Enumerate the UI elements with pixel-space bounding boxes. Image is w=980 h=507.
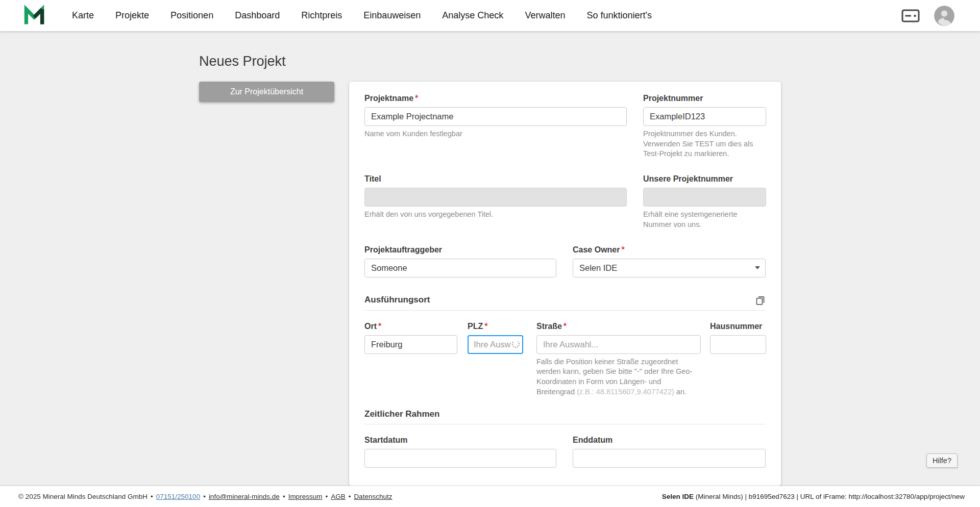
projektnummer-label: Projektnummer: [643, 94, 766, 103]
email-link[interactable]: info@mineral-minds.de: [209, 493, 280, 500]
page-title: Neues Projekt: [199, 54, 781, 69]
strasse-input[interactable]: [536, 335, 701, 354]
footer-user: Selen IDE: [662, 493, 694, 500]
required-asterisk: *: [484, 322, 487, 331]
impressum-link[interactable]: Impressum: [288, 493, 323, 500]
unsere-projektnummer-helper: Erhält eine systemgenerierte Nummer von …: [643, 210, 766, 230]
nav-item-so-funktionierts[interactable]: So funktioniert's: [586, 10, 652, 21]
plz-field: PLZ*: [468, 322, 523, 397]
titel-input: [364, 188, 627, 207]
projektnummer-input[interactable]: [643, 107, 766, 126]
titel-field: Titel Erhält den von uns vorgegebenen Ti…: [364, 174, 627, 230]
projektname-field: Projektname* Name vom Kunden festlegbar: [364, 94, 627, 159]
projektname-input[interactable]: [364, 107, 627, 126]
projektauftraggeber-label: Projektauftraggeber: [364, 245, 556, 255]
form-column: Projektname* Name vom Kunden festlegbar …: [349, 82, 781, 507]
left-column: Zur Projektübersicht: [199, 82, 334, 102]
strasse-field: Straße* Falls die Position keiner Straße…: [536, 322, 701, 397]
zeitlicher-rahmen-section-header: Zeitlicher Rahmen: [364, 409, 766, 419]
hausnummer-field: Hausnummer: [710, 322, 766, 397]
loading-spinner-icon: [512, 340, 520, 348]
case-owner-label: Case Owner*: [573, 245, 766, 255]
nav-item-analyse-check[interactable]: Analyse Check: [442, 10, 503, 21]
logo-m-icon: [23, 5, 45, 27]
back-to-projects-button[interactable]: Zur Projektübersicht: [199, 82, 334, 102]
section-divider: [364, 424, 766, 424]
nav-item-verwalten[interactable]: Verwalten: [525, 10, 565, 21]
projektnummer-helper: Projektnummer des Kunden. Verwenden Sie …: [643, 129, 766, 159]
plz-label: PLZ*: [468, 322, 523, 331]
mineral-minds-logo[interactable]: [23, 5, 45, 27]
server-icon[interactable]: [901, 9, 920, 22]
strasse-label: Straße*: [536, 322, 701, 331]
nav-items: Karte Projekte Positionen Dashboard Rich…: [72, 10, 652, 21]
projektname-helper: Name vom Kunden festlegbar: [364, 129, 627, 139]
strasse-helper: Falls die Position keiner Straße zugeord…: [536, 357, 701, 397]
hausnummer-label: Hausnummer: [710, 322, 766, 331]
ort-field: Ort*: [364, 322, 457, 397]
required-asterisk: *: [415, 94, 418, 103]
unsere-projektnummer-field: Unsere Projektnummer Erhält eine systemg…: [643, 174, 766, 230]
case-owner-select[interactable]: Selen IDE: [573, 259, 766, 277]
copy-icon[interactable]: [755, 295, 766, 306]
zeitlicher-rahmen-heading: Zeitlicher Rahmen: [364, 409, 439, 419]
required-asterisk: *: [564, 322, 567, 331]
phone-link[interactable]: 07151/250100: [156, 493, 200, 500]
ort-input[interactable]: [364, 335, 457, 354]
startdatum-label: Startdatum: [364, 436, 556, 445]
case-owner-value: Selen IDE: [579, 263, 617, 273]
projektauftraggeber-input[interactable]: [364, 259, 556, 277]
user-avatar[interactable]: [934, 6, 954, 26]
enddatum-field: Enddatum: [573, 436, 766, 468]
titel-label: Titel: [364, 174, 627, 184]
titel-helper: Erhält den von uns vorgegebenen Titel.: [364, 210, 627, 220]
project-form-card: Projektname* Name vom Kunden festlegbar …: [349, 82, 781, 486]
nav-item-positionen[interactable]: Positionen: [170, 10, 213, 21]
projektname-label: Projektname*: [364, 94, 627, 103]
nav-item-richtpreis[interactable]: Richtpreis: [301, 10, 342, 21]
ort-label: Ort*: [364, 322, 457, 331]
nav-item-einbauweisen[interactable]: Einbauweisen: [363, 10, 421, 21]
copyright-text: © 2025 Mineral Minds Deutschland GmbH: [18, 493, 148, 500]
hausnummer-input[interactable]: [710, 335, 766, 354]
ausfuehrungsort-heading: Ausführungsort: [364, 295, 430, 305]
unsere-projektnummer-input: [643, 188, 766, 207]
footer-session-info: Selen IDE (Mineral Minds) | b91695ed7623…: [662, 493, 965, 500]
nav-item-dashboard[interactable]: Dashboard: [235, 10, 280, 21]
footer-left: © 2025 Mineral Minds Deutschland GmbH • …: [18, 493, 392, 500]
main-content: Neues Projekt Zur Projektübersicht Proje…: [0, 31, 980, 507]
footer-meta: (Mineral Minds) | b91695ed7623 | URL of …: [694, 493, 965, 500]
navbar-right: [901, 6, 954, 26]
datenschutz-link[interactable]: Datenschutz: [354, 493, 392, 500]
ausfuehrungsort-section-header: Ausführungsort: [364, 295, 766, 306]
section-divider: [364, 310, 766, 311]
enddatum-input[interactable]: [573, 449, 766, 468]
case-owner-field: Case Owner* Selen IDE: [573, 245, 766, 277]
enddatum-label: Enddatum: [573, 436, 766, 445]
projektnummer-field: Projektnummer Projektnummer des Kunden. …: [643, 94, 766, 159]
nav-item-projekte[interactable]: Projekte: [115, 10, 149, 21]
nav-item-karte[interactable]: Karte: [72, 10, 94, 21]
footer: © 2025 Mineral Minds Deutschland GmbH • …: [0, 486, 980, 507]
startdatum-field: Startdatum: [364, 436, 556, 468]
startdatum-input[interactable]: [364, 449, 556, 468]
person-icon: [934, 6, 954, 26]
required-asterisk: *: [621, 245, 624, 254]
projektauftraggeber-field: Projektauftraggeber: [364, 245, 556, 277]
unsere-projektnummer-label: Unsere Projektnummer: [643, 174, 766, 184]
help-button[interactable]: Hilfe?: [926, 453, 958, 468]
chevron-down-icon: [755, 266, 760, 269]
agb-link[interactable]: AGB: [331, 493, 346, 500]
top-navbar: Karte Projekte Positionen Dashboard Rich…: [0, 0, 980, 31]
required-asterisk: *: [378, 322, 381, 331]
